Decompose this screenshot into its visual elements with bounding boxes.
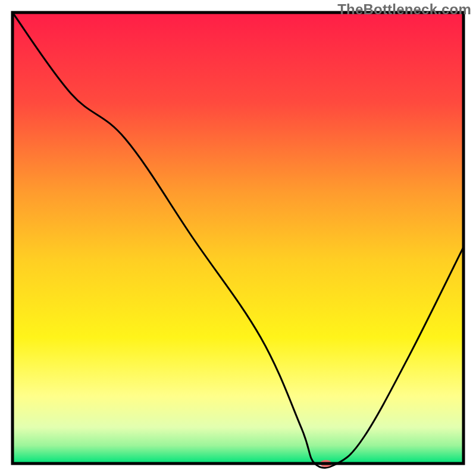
watermark-text: TheBottleneck.com (337, 1, 471, 18)
plot-background (12, 12, 464, 464)
chart-container: TheBottleneck.com (0, 0, 476, 476)
bottleneck-chart (0, 0, 476, 476)
